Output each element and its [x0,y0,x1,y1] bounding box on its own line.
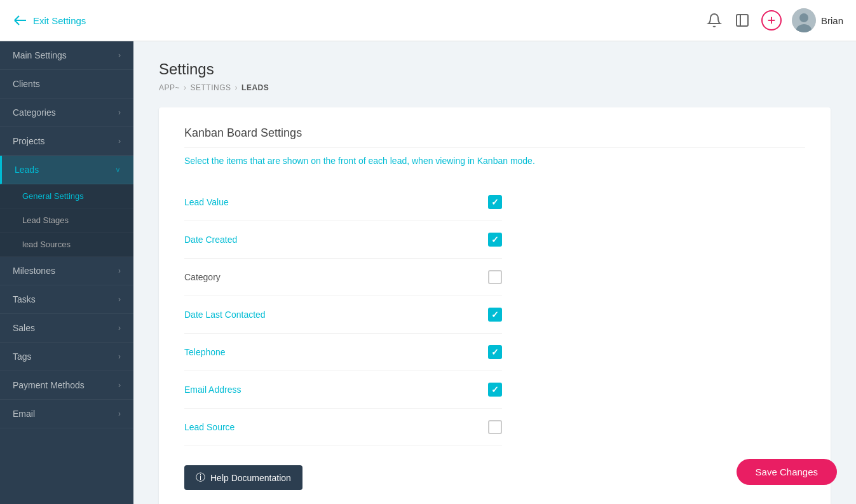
sidebar-item-label: Milestones [13,266,55,276]
sidebar: Main Settings › Clients Categories › Pro… [0,41,133,504]
chevron-down-icon: ∨ [115,165,121,174]
sidebar-sub-item-label: Lead Stages [22,215,69,225]
chevron-right-icon: › [118,266,121,275]
checkbox-telephone[interactable] [488,345,502,359]
sidebar-item-clients[interactable]: Clients [0,70,133,99]
breadcrumb-sep-1: › [184,83,187,92]
chevron-right-icon: › [118,409,121,418]
sidebar-item-label: Sales [13,323,35,333]
svg-rect-0 [737,15,748,26]
save-changes-button[interactable]: Save Changes [737,459,837,485]
sidebar-item-label: Main Settings [13,50,67,60]
sidebar-item-label: Tags [13,351,32,362]
sidebar-sub-item-label: General Settings [22,191,84,201]
card-title: Kanban Board Settings [184,126,805,148]
header: Exit Settings [0,0,856,41]
help-documentation-button[interactable]: ⓘ Help Documentation [184,465,302,490]
setting-label-date-last-contacted: Date Last Contacted [184,310,266,320]
exit-label: Exit Settings [33,15,86,26]
settings-card: Kanban Board Settings Select the items t… [159,107,831,504]
avatar [792,8,816,32]
info-icon: ⓘ [196,472,205,484]
chevron-right-icon: › [118,137,121,146]
setting-row-date-created: Date Created [184,221,502,259]
sidebar-item-label: Tasks [13,294,36,304]
sidebar-item-tags[interactable]: Tags › [0,343,133,371]
svg-point-5 [799,13,808,22]
header-right: Brian [705,8,843,32]
checkbox-category[interactable] [488,270,502,284]
add-button[interactable] [761,10,782,31]
setting-label-category: Category [184,272,221,282]
setting-row-lead-value: Lead Value [184,184,502,221]
checkbox-date-created[interactable] [488,233,502,247]
plus-icon [766,15,777,26]
page-title: Settings [159,60,831,78]
sidebar-item-label: Leads [15,165,39,175]
chevron-right-icon: › [118,108,121,117]
setting-label-telephone: Telephone [184,347,226,357]
setting-label-lead-source: Lead Source [184,422,234,432]
sidebar-item-main-settings[interactable]: Main Settings › [0,41,133,70]
sidebar-item-projects[interactable]: Projects › [0,127,133,156]
sidebar-item-milestones[interactable]: Milestones › [0,257,133,285]
sidebar-item-tasks[interactable]: Tasks › [0,285,133,314]
checkbox-date-last-contacted[interactable] [488,308,502,322]
sidebar-item-sales[interactable]: Sales › [0,314,133,343]
sidebar-item-leads[interactable]: Leads ∨ [0,156,133,184]
user-menu[interactable]: Brian [792,8,843,32]
setting-row-category: Category [184,259,502,296]
sidebar-item-label: Clients [13,79,40,89]
notebook-icon [735,13,750,28]
description-suffix: . [533,156,535,166]
breadcrumb-sep-2: › [235,83,238,92]
sidebar-item-label: Payment Methods [13,380,85,390]
breadcrumb-current: LEADS [241,83,269,92]
chevron-right-icon: › [118,51,121,60]
setting-label-email-address: Email Address [184,385,241,395]
setting-row-telephone: Telephone [184,334,502,371]
help-label: Help Documentation [210,473,291,483]
sidebar-sub-item-label: lead Sources [22,240,71,249]
breadcrumb-app: APP~ [159,83,180,92]
setting-label-date-created: Date Created [184,235,237,245]
sidebar-item-label: Categories [13,107,56,118]
setting-label-lead-value: Lead Value [184,197,229,207]
sidebar-item-email[interactable]: Email › [0,400,133,428]
main-layout: Main Settings › Clients Categories › Pro… [0,41,856,504]
book-icon-button[interactable] [733,11,751,29]
sidebar-item-label: Email [13,409,35,419]
description-highlight: Kanban mode [477,156,533,166]
checkbox-lead-source[interactable] [488,420,502,434]
bell-icon [707,13,722,28]
card-description: Select the items that are shown on the f… [184,156,805,166]
avatar-image [792,8,816,32]
chevron-right-icon: › [118,295,121,304]
setting-row-date-last-contacted: Date Last Contacted [184,296,502,334]
checkbox-lead-value[interactable] [488,195,502,209]
content-area: Settings APP~ › SETTINGS › LEADS Kanban … [133,41,856,504]
checkbox-email-address[interactable] [488,383,502,397]
exit-settings-button[interactable]: Exit Settings [13,13,86,28]
chevron-right-icon: › [118,381,121,390]
bell-icon-button[interactable] [705,11,723,29]
setting-row-email-address: Email Address [184,371,502,409]
user-name: Brian [821,15,843,26]
header-left: Exit Settings [13,13,86,28]
sidebar-item-label: Projects [13,136,45,146]
sidebar-item-categories[interactable]: Categories › [0,99,133,127]
breadcrumb-settings: SETTINGS [191,83,231,92]
sidebar-sub-item-lead-stages[interactable]: Lead Stages [0,208,133,233]
chevron-right-icon: › [118,352,121,361]
sidebar-item-payment-methods[interactable]: Payment Methods › [0,371,133,400]
exit-icon [13,13,28,28]
chevron-right-icon: › [118,324,121,332]
footer-actions: ⓘ Help Documentation [184,465,805,490]
description-prefix: Select the items that are shown on the f… [184,156,477,166]
setting-row-lead-source: Lead Source [184,409,502,446]
breadcrumb: APP~ › SETTINGS › LEADS [159,83,831,92]
sidebar-sub-item-lead-sources[interactable]: lead Sources [0,233,133,257]
sidebar-sub-item-general-settings[interactable]: General Settings [0,184,133,208]
sidebar-sub-leads: General Settings Lead Stages lead Source… [0,184,133,257]
save-label: Save Changes [756,467,818,477]
